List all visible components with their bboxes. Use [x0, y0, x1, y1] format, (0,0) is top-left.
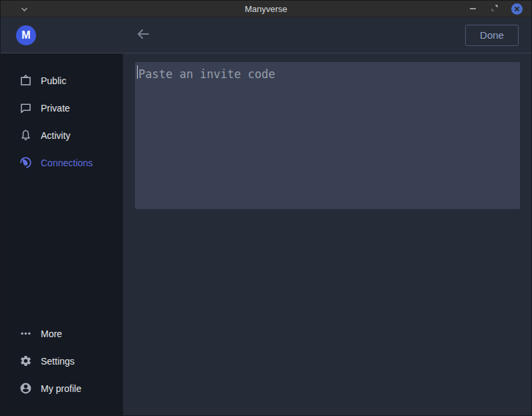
sidebar-item-more[interactable]: More: [1, 320, 123, 347]
sidebar-item-label: Activity: [41, 130, 70, 141]
dots-horizontal-icon: [19, 327, 32, 340]
account-circle-icon: [19, 382, 32, 395]
sidebar-item-label: My profile: [41, 383, 82, 394]
bell-icon: [19, 129, 32, 142]
message-bubble-icon: [19, 101, 32, 114]
sidebar-item-label: Private: [41, 103, 70, 114]
sidebar-item-label: Connections: [41, 158, 93, 168]
invite-code-input[interactable]: [135, 62, 520, 209]
bulletin-board-icon: [19, 74, 32, 87]
sidebar-item-label: More: [41, 329, 62, 339]
sidebar-item-activity[interactable]: Activity: [1, 122, 123, 149]
back-button[interactable]: [136, 28, 150, 43]
close-button[interactable]: [511, 3, 523, 15]
arrow-left-icon: [136, 28, 150, 43]
sidebar-item-my-profile[interactable]: My profile: [1, 375, 123, 402]
manyverse-logo-icon: M: [16, 25, 36, 45]
app-header: M Done: [1, 17, 531, 53]
minimize-icon: [470, 8, 476, 9]
app-body: Public Private Activity: [1, 53, 531, 415]
maximize-button[interactable]: [489, 3, 501, 15]
sidebar-item-settings[interactable]: Settings: [1, 347, 123, 375]
gear-icon: [19, 355, 32, 367]
done-button[interactable]: Done: [465, 25, 519, 46]
sidebar-spacer: [1, 176, 123, 320]
sidebar-item-public[interactable]: Public: [1, 67, 123, 94]
sidebar-item-label: Settings: [41, 356, 75, 367]
window-menu-button[interactable]: [21, 3, 28, 15]
window-title: Manyverse: [1, 4, 531, 14]
sidebar: Public Private Activity: [1, 53, 123, 415]
close-icon: [511, 3, 523, 15]
logo-zone: M: [1, 25, 123, 45]
minimize-button[interactable]: [467, 3, 479, 15]
main-content: [123, 53, 531, 415]
chevron-down-icon: [21, 3, 28, 15]
window-controls: [467, 3, 531, 15]
maximize-icon: [491, 3, 499, 15]
sidebar-item-private[interactable]: Private: [1, 94, 123, 122]
titlebar: Manyverse: [1, 1, 531, 17]
sidebar-item-label: Public: [41, 75, 66, 86]
sidebar-item-connections[interactable]: Connections: [1, 149, 123, 176]
app-window: Manyverse M: [0, 0, 532, 416]
connections-dial-icon: [19, 156, 32, 169]
